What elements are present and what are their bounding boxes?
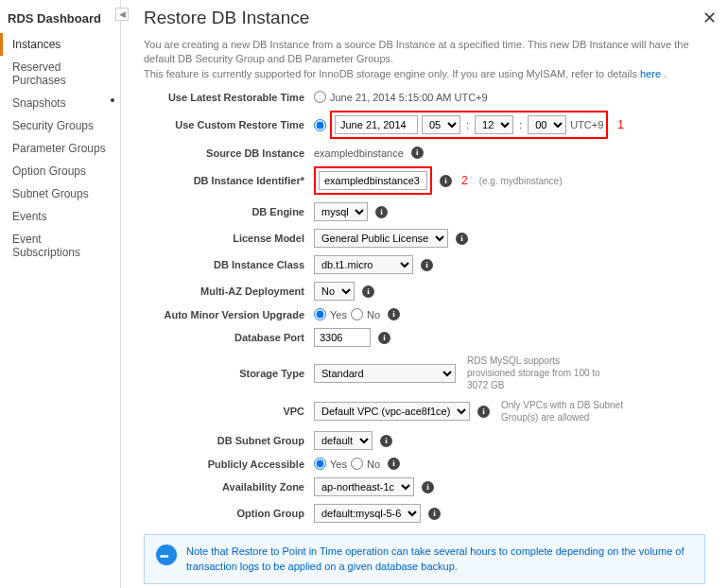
engine-select[interactable]: mysql [314,202,368,221]
vpc-hint: Only VPCs with a DB Subnet Group(s) are … [501,399,643,424]
label-custom: Use Custom Restore Time [144,119,314,130]
info-icon[interactable]: i [388,458,400,470]
info-icon[interactable]: i [375,206,388,218]
storage-select[interactable]: Standard [314,364,456,383]
colon: : [464,119,471,130]
label-multiaz: Multi-AZ Deployment [144,285,314,297]
public-no-label: No [367,458,380,470]
identifier-hint: (e.g. mydbinstance) [479,176,563,186]
custom-time-box: 05 : 12 : 00 UTC+9 [330,111,608,139]
page-title: Restore DB Instance [144,8,705,34]
label-storage: Storage Type [144,368,314,379]
info-icon[interactable]: i [422,481,434,493]
intro-text: You are creating a new DB Instance from … [144,34,705,91]
label-identifier: DB Instance Identifier* [144,175,314,186]
main-content: ✕ Restore DB Instance You are creating a… [121,0,728,588]
notice-icon [156,545,177,565]
annotation-2: 2 [461,174,468,187]
sidebar-item-events[interactable]: Events [0,205,120,228]
custom-date-input[interactable] [335,115,418,134]
sidebar-item-security-groups[interactable]: Security Groups [0,114,120,137]
info-icon[interactable]: i [388,308,400,320]
label-subnet: DB Subnet Group [144,435,314,446]
intro-link[interactable]: here [640,68,661,79]
dot-icon [111,98,114,102]
sidebar-item-event-subscriptions[interactable]: Event Subscriptions [0,228,120,264]
radio-latest[interactable] [314,91,326,103]
label-license: License Model [144,233,314,244]
notice-text: Note that Restore to Point in Time opera… [186,545,693,574]
radio-custom[interactable] [314,119,326,131]
port-input[interactable] [314,328,371,347]
label-public: Publicly Accessible [144,458,314,470]
notice-box: Note that Restore to Point in Time opera… [144,534,705,584]
license-select[interactable]: General Public License [314,229,448,248]
custom-hour-select[interactable]: 05 [422,115,460,134]
info-icon[interactable]: i [378,332,390,344]
close-icon[interactable]: ✕ [702,8,717,28]
info-icon[interactable]: i [421,259,433,271]
colon: : [517,119,524,130]
label-latest: Use Latest Restorable Time [144,92,314,103]
label-autominor: Auto Minor Version Upgrade [144,309,314,320]
label-port: Database Port [144,332,314,343]
sidebar-item-instances[interactable]: Instances [0,33,120,56]
storage-hint: RDS MySQL supports provisioned storage f… [467,355,609,391]
optiongrp-select[interactable]: default:mysql-5-6 [314,504,421,523]
info-icon[interactable]: i [428,508,441,520]
public-no-radio[interactable] [351,458,363,470]
identifier-input[interactable] [319,171,427,190]
label-engine: DB Engine [144,206,314,217]
label-az: Availability Zone [144,481,314,493]
label-optiongrp: Option Group [144,508,314,519]
subnet-select[interactable]: default [314,431,373,450]
az-select[interactable]: ap-northeast-1c [314,477,414,496]
info-icon[interactable]: i [440,175,452,187]
info-icon[interactable]: i [456,233,468,245]
custom-sec-select[interactable]: 00 [528,115,566,134]
sidebar-item-reserved[interactable]: Reserved Purchases [0,56,120,92]
sidebar: RDS Dashboard ◀ Instances Reserved Purch… [0,0,121,588]
annotation-1: 1 [617,118,624,131]
sidebar-item-parameter-groups[interactable]: Parameter Groups [0,137,120,160]
multiaz-select[interactable]: No [314,282,355,301]
latest-time-text: June 21, 2014 5:15:00 AM UTC+9 [330,92,488,103]
label-class: DB Instance Class [144,259,314,270]
sidebar-item-option-groups[interactable]: Option Groups [0,160,120,182]
autominor-no-radio[interactable] [351,308,363,320]
label-vpc: VPC [144,406,314,417]
autominor-no-label: No [367,309,380,320]
class-select[interactable]: db.t1.micro [314,255,413,274]
public-yes-radio[interactable] [314,458,326,470]
label-source: Source DB Instance [144,147,314,159]
custom-min-select[interactable]: 12 [475,115,513,134]
autominor-yes-radio[interactable] [314,308,326,320]
sidebar-item-snapshots[interactable]: Snapshots [0,92,120,114]
intro-line1: You are creating a new DB Instance from … [144,39,689,64]
public-yes-label: Yes [330,458,347,470]
sidebar-item-subnet-groups[interactable]: Subnet Groups [0,182,120,205]
vpc-select[interactable]: Default VPC (vpc-ace8f1ce) [314,402,470,421]
autominor-yes-label: Yes [330,309,347,320]
source-value: exampledbinstance [314,147,404,159]
info-icon[interactable]: i [362,285,374,298]
info-icon[interactable]: i [380,435,392,447]
sidebar-title: RDS Dashboard [0,8,120,33]
intro-line2: This feature is currently supported for … [144,68,640,79]
info-icon[interactable]: i [411,147,424,159]
info-icon[interactable]: i [477,406,490,418]
identifier-box [314,166,432,195]
tz-text: UTC+9 [570,119,603,130]
